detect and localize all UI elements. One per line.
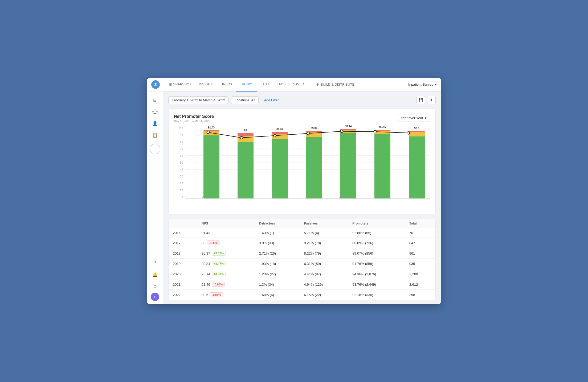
nps-badge-2017: -8.43% xyxy=(207,240,220,245)
save-icon: 💾 xyxy=(419,98,423,102)
nav-divider xyxy=(310,81,310,88)
bar-chart: 100 90 80 70 60 50 40 30 20 10 0 xyxy=(174,127,430,207)
sidebar-icon-chat[interactable]: 💬 xyxy=(150,106,160,117)
sidebar-icon-plus[interactable]: + xyxy=(150,144,160,154)
x-label-2016: 2016 xyxy=(191,195,219,198)
bar-group-2017: 83 xyxy=(226,127,254,198)
chevron-down-icon: ▾ xyxy=(435,82,437,86)
cell-year-2020: 2020 xyxy=(169,269,197,279)
nps-badge-2020: +3.30% xyxy=(212,272,226,276)
bar-group-2022: 90.5 xyxy=(397,127,425,198)
chart-title: Net Promoter Score xyxy=(174,114,214,119)
cell-promoters-2022: 92.18% (330) xyxy=(348,290,405,300)
table-header-row: NPS Detractors Passives Promoters Total xyxy=(169,219,435,228)
location-filter[interactable]: Locations: All xyxy=(231,96,259,104)
nav-snapshot[interactable]: ▦ SNAPSHOT xyxy=(165,78,195,92)
y-axis: 100 90 80 70 60 50 40 30 20 10 0 xyxy=(174,127,185,199)
cell-year-2022: 2022 xyxy=(169,290,197,300)
add-filter-button[interactable]: + Add Filter xyxy=(261,98,279,102)
cell-total-2018: 961 xyxy=(405,248,435,259)
table-row-2016: 201691.431.43% (1)5.71% (4)92.86% (65)70 xyxy=(169,228,435,238)
col-total: Total xyxy=(405,219,435,228)
sidebar: ⊞ 💬 👤 📋 + ? 🔔 ⚙ F xyxy=(147,92,163,304)
cell-year-2018: 2018 xyxy=(169,248,197,259)
cell-nps-2019: 89.84+3.47% xyxy=(197,259,255,269)
chart-subtitle: Nov 16, 2016 – Mar 4, 2022 xyxy=(174,119,214,123)
bar-group-2019: 89.84 xyxy=(294,127,322,198)
filter-bar: February 1, 2022 to March 4, 2022 Locati… xyxy=(168,96,436,104)
col-promoters: Promoters xyxy=(348,219,405,228)
nav-insights[interactable]: INSIGHTS xyxy=(195,78,218,92)
table-row-2017: 201783-8.43%3.9% (33)9.21% (78)86.89% (7… xyxy=(169,238,435,248)
download-icon: ⬇ xyxy=(430,98,433,102)
col-year xyxy=(169,219,197,228)
sidebar-icon-person[interactable]: 👤 xyxy=(150,118,160,129)
cell-passives-2022: 6.15% (22) xyxy=(300,290,348,300)
cell-year-2019: 2019 xyxy=(169,259,197,269)
stacked-bar-2016 xyxy=(203,130,219,198)
download-button[interactable]: ⬇ xyxy=(427,96,436,104)
chart-view-dropdown[interactable]: Year over Year ▾ xyxy=(397,114,430,122)
save-button[interactable]: 💾 xyxy=(416,96,425,104)
cell-detractors-2017: 3.9% (33) xyxy=(255,238,300,248)
cell-detractors-2021: 1.3% (34) xyxy=(255,279,300,290)
date-range-filter[interactable]: February 1, 2022 to March 4, 2022 xyxy=(168,96,228,104)
x-axis-labels: 2016201720182019202020212022 xyxy=(186,190,430,198)
cell-passives-2018: 8.22% (79) xyxy=(300,248,348,259)
nav-trends[interactable]: TRENDS xyxy=(236,78,257,92)
bar-value-2018: 86.37 xyxy=(276,128,283,131)
cell-detractors-2016: 1.43% (1) xyxy=(255,228,300,238)
nav-tags[interactable]: TAGS xyxy=(273,78,289,92)
snapshot-icon: ▦ xyxy=(169,82,172,86)
stacked-bar-2017 xyxy=(238,133,254,198)
cell-promoters-2017: 86.89% (736) xyxy=(348,238,405,248)
cell-total-2022: 358 xyxy=(405,290,435,300)
table-row-2022: 202290.5-1.96%1.68% (6)6.15% (22)92.18% … xyxy=(169,290,435,300)
bar-group-2018: 86.37 xyxy=(260,127,288,198)
nav-build-distribute[interactable]: ⚙ BUILD & DISTRIBUTE xyxy=(312,78,358,92)
cell-promoters-2018: 89.07% (856) xyxy=(348,248,405,259)
nav-inbox[interactable]: INBOX xyxy=(218,78,236,92)
bar-value-2019: 89.84 xyxy=(311,127,317,130)
user-avatar[interactable]: F xyxy=(151,293,159,301)
table-body: 201691.431.43% (1)5.71% (4)92.86% (65)70… xyxy=(169,228,435,300)
x-label-2021: 2021 xyxy=(363,195,391,198)
survey-selector[interactable]: Inpatient Survey ▾ xyxy=(408,82,437,86)
sidebar-icon-bell[interactable]: 🔔 xyxy=(150,269,160,280)
cell-passives-2017: 9.21% (78) xyxy=(300,238,348,248)
sidebar-icon-grid[interactable]: ⊞ xyxy=(150,95,160,105)
nav-text[interactable]: TEXT xyxy=(257,78,273,92)
col-detractors: Detractors xyxy=(255,219,300,228)
cell-year-2016: 2016 xyxy=(169,228,197,238)
cell-passives-2021: 4.94% (129) xyxy=(300,279,348,290)
cell-passives-2020: 4.41% (97) xyxy=(300,269,348,279)
cell-promoters-2019: 91.76% (858) xyxy=(348,259,405,269)
build-icon: ⚙ xyxy=(316,83,319,86)
table-row-2019: 201989.84+3.47%1.93% (18)6.31% (59)91.76… xyxy=(169,259,435,269)
stacked-bar-2021 xyxy=(374,130,390,198)
chart-card: Net Promoter Score Nov 16, 2016 – Mar 4,… xyxy=(168,109,436,214)
col-passives: Passives xyxy=(300,219,348,228)
nps-badge-2019: +3.47% xyxy=(212,261,226,266)
bar-value-2017: 83 xyxy=(244,129,247,132)
nps-table: NPS Detractors Passives Promoters Total … xyxy=(169,219,435,300)
bar-value-2020: 93.14 xyxy=(345,125,352,128)
nav-saved[interactable]: SAVED xyxy=(289,78,308,92)
nps-badge-2022: -1.96% xyxy=(210,292,223,297)
bars-container: 91.438386.3789.8493.1492.4690.5 xyxy=(186,127,430,198)
x-label-2022: 2022 xyxy=(397,195,425,198)
x-label-2020: 2020 xyxy=(328,195,356,198)
sidebar-icon-settings[interactable]: ⚙ xyxy=(150,281,160,292)
sidebar-icon-calendar[interactable]: 📋 xyxy=(150,130,160,140)
x-label-2019: 2019 xyxy=(294,195,322,198)
chart-header: Net Promoter Score Nov 16, 2016 – Mar 4,… xyxy=(174,114,430,123)
app-logo[interactable]: Z xyxy=(151,80,160,89)
bar-value-2021: 92.46 xyxy=(379,126,386,128)
stacked-bar-2019 xyxy=(306,131,322,198)
table-row-2020: 202093.14+3.30%1.23% (27)4.41% (97)94.36… xyxy=(169,269,435,279)
sidebar-icon-help[interactable]: ? xyxy=(150,258,160,268)
stacked-bar-2018 xyxy=(272,132,288,198)
cell-year-2021: 2021 xyxy=(169,279,197,290)
cell-detractors-2022: 1.68% (6) xyxy=(255,290,300,300)
nav-menu: ▦ SNAPSHOT INSIGHTS INBOX TRENDS TEXT TA… xyxy=(165,78,408,92)
